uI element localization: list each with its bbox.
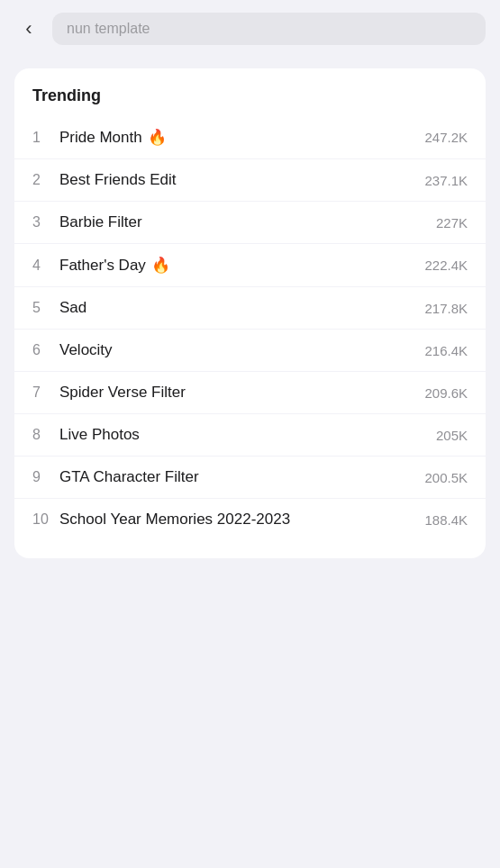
item-count: 188.4K <box>424 512 468 528</box>
item-name: Live Photos <box>59 426 436 444</box>
item-count: 216.4K <box>424 343 468 358</box>
trending-item[interactable]: 4 Father's Day🔥 222.4K <box>14 244 486 287</box>
item-name: GTA Character Filter <box>59 468 424 486</box>
rank-number: 3 <box>32 214 59 231</box>
trending-item[interactable]: 7 Spider Verse Filter 209.6K <box>14 372 486 414</box>
back-button[interactable]: ‹ <box>14 14 43 43</box>
trending-title: Trending <box>14 86 486 116</box>
item-count: 205K <box>436 428 468 443</box>
item-count: 200.5K <box>424 470 468 485</box>
trending-card: Trending 1 Pride Month🔥 247.2K 2 Best Fr… <box>14 68 486 558</box>
fire-icon: 🔥 <box>148 128 167 147</box>
item-name: Velocity <box>59 341 424 359</box>
rank-number: 6 <box>32 342 59 358</box>
rank-number: 2 <box>32 172 59 188</box>
item-count: 217.8K <box>424 301 468 316</box>
item-name: Best Friends Edit <box>59 171 424 189</box>
item-count: 237.1K <box>424 173 468 188</box>
trending-item[interactable]: 9 GTA Character Filter 200.5K <box>14 457 486 499</box>
trending-item[interactable]: 10 School Year Memories 2022-2023 188.4K <box>14 499 486 540</box>
item-count: 209.6K <box>424 385 468 401</box>
item-count: 247.2K <box>424 130 468 145</box>
item-count: 222.4K <box>424 258 468 273</box>
rank-number: 7 <box>32 384 59 401</box>
item-count: 227K <box>436 215 468 231</box>
trending-item[interactable]: 8 Live Photos 205K <box>14 414 486 457</box>
item-name: Sad <box>59 299 424 317</box>
item-name: Father's Day🔥 <box>59 256 424 275</box>
trending-item[interactable]: 1 Pride Month🔥 247.2K <box>14 116 486 159</box>
rank-number: 9 <box>32 469 59 485</box>
rank-number: 10 <box>32 511 59 528</box>
back-icon: ‹ <box>25 17 32 41</box>
trending-item[interactable]: 6 Velocity 216.4K <box>14 330 486 372</box>
trending-list: 1 Pride Month🔥 247.2K 2 Best Friends Edi… <box>14 116 486 540</box>
item-name: Barbie Filter <box>59 213 436 231</box>
fire-icon: 🔥 <box>151 256 170 275</box>
item-name: Pride Month🔥 <box>59 128 424 147</box>
trending-item[interactable]: 3 Barbie Filter 227K <box>14 202 486 244</box>
item-name: School Year Memories 2022-2023 <box>59 511 424 529</box>
trending-item[interactable]: 5 Sad 217.8K <box>14 287 486 330</box>
search-placeholder: nun template <box>67 21 150 37</box>
search-bar[interactable]: nun template <box>52 13 486 45</box>
rank-number: 5 <box>32 300 59 316</box>
item-name: Spider Verse Filter <box>59 384 424 402</box>
rank-number: 4 <box>32 258 59 274</box>
trending-item[interactable]: 2 Best Friends Edit 237.1K <box>14 159 486 202</box>
rank-number: 1 <box>32 130 59 146</box>
header: ‹ nun template <box>0 0 500 58</box>
rank-number: 8 <box>32 427 59 443</box>
